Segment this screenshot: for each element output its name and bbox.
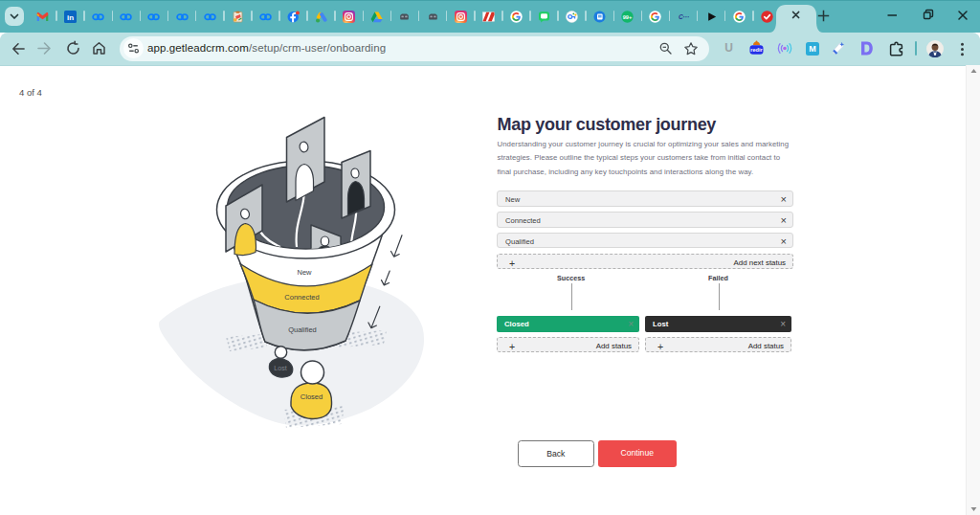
svg-text:New: New xyxy=(297,268,312,277)
svg-text:Qualified: Qualified xyxy=(288,325,317,334)
svg-text:Lost: Lost xyxy=(274,364,287,372)
svg-text:Connected: Connected xyxy=(284,293,319,302)
svg-text:Closed: Closed xyxy=(301,392,323,401)
